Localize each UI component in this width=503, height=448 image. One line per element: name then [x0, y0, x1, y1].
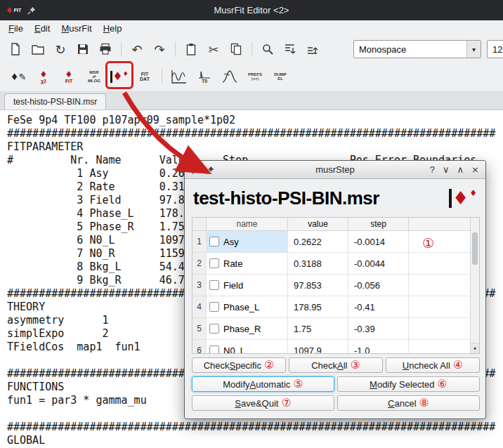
- cell-step[interactable]: -0.41: [348, 296, 409, 318]
- cell-value[interactable]: 97.853: [288, 275, 348, 296]
- cell-name[interactable]: N0_L: [207, 340, 288, 354]
- dump-icon[interactable]: DUMP EL: [269, 65, 292, 88]
- paste-icon[interactable]: [181, 39, 201, 59]
- tab-msr-file[interactable]: test-histo-PSI-BIN.msr: [4, 93, 106, 110]
- cell-name[interactable]: Phase_L: [207, 296, 288, 318]
- cell-step[interactable]: -0.056: [348, 275, 409, 296]
- editor-line: FITPARAMETER: [7, 140, 503, 154]
- musrview-icon[interactable]: [168, 65, 190, 88]
- chisquare-icon[interactable]: ♦ χ2: [32, 65, 55, 88]
- menu-musrfit[interactable]: MusrFit: [55, 21, 97, 36]
- cell-value[interactable]: 1097.9: [288, 340, 348, 354]
- uncheck-all-button[interactable]: Uncheck All ④: [386, 357, 480, 373]
- pin-icon[interactable]: [27, 6, 37, 15]
- cell-step[interactable]: -0.0014: [348, 231, 409, 253]
- check-specific-button[interactable]: Check Specific ②: [192, 357, 286, 373]
- font-size-stepper[interactable]: 12 ▴ ▾: [487, 40, 503, 58]
- row-number[interactable]: 5: [192, 318, 207, 340]
- menu-help[interactable]: Help: [98, 21, 128, 36]
- font-family-select[interactable]: Monospace ▾: [353, 40, 481, 58]
- cell-step[interactable]: -0.39: [348, 318, 409, 340]
- close-icon[interactable]: ×: [471, 164, 479, 175]
- cut-icon[interactable]: ✂: [204, 39, 223, 59]
- cell-value[interactable]: 0.3188: [288, 253, 348, 275]
- cell-name[interactable]: Field: [207, 275, 288, 296]
- row-number[interactable]: 3: [192, 275, 207, 296]
- search-icon[interactable]: [258, 39, 277, 59]
- editor-line: ########################################…: [7, 127, 503, 140]
- reload-icon[interactable]: ↻: [51, 39, 70, 59]
- annotation-5: ⑤: [293, 378, 303, 390]
- tabbar: test-histo-PSI-BIN.msr: [0, 92, 503, 110]
- cell-name[interactable]: Rate: [207, 253, 288, 275]
- find-next-icon[interactable]: [280, 39, 300, 59]
- fit-dat-icon[interactable]: FIT DAT: [133, 65, 156, 88]
- menu-file[interactable]: File: [3, 21, 29, 36]
- chevron-down-icon[interactable]: ▾: [466, 41, 481, 58]
- msr-mlog-swap-icon[interactable]: MSR ⇄ MLOG: [83, 65, 105, 88]
- checkbox[interactable]: [209, 345, 219, 354]
- menu-edit[interactable]: Edit: [29, 21, 55, 36]
- col-header-name[interactable]: name: [207, 218, 288, 230]
- row-number[interactable]: 4: [192, 296, 207, 318]
- cell-value[interactable]: 1.75: [288, 318, 348, 340]
- save-quit-button[interactable]: Save&Quit ⑦: [192, 395, 334, 411]
- cell-step[interactable]: -1.0: [348, 340, 409, 354]
- checkbox[interactable]: [209, 324, 219, 334]
- save-icon[interactable]: [73, 39, 93, 59]
- musrfit-run-icon[interactable]: ♦ FIT: [58, 65, 80, 88]
- annotation-8: ⑧: [419, 397, 429, 409]
- checkbox[interactable]: [209, 258, 219, 268]
- cell-empty: [409, 340, 479, 354]
- help-icon[interactable]: ?: [430, 164, 435, 175]
- diamond-icon: ♦: [6, 6, 13, 15]
- modify-automatic-button[interactable]: Modify Automatic ⑤: [192, 376, 334, 392]
- cell-value[interactable]: 178.95: [288, 296, 348, 318]
- col-header-step[interactable]: step: [348, 218, 409, 230]
- dialog-pin-icon[interactable]: [191, 165, 201, 175]
- cancel-button[interactable]: Cancel ⑧: [337, 395, 480, 411]
- musrstep-icon[interactable]: ♦♦: [108, 65, 131, 88]
- scrollbar-down-icon[interactable]: ▾: [471, 343, 479, 353]
- print-icon[interactable]: [96, 39, 115, 59]
- undo-icon[interactable]: ↶: [127, 39, 147, 59]
- dialog-pin-icon-2[interactable]: [205, 165, 215, 175]
- row-number[interactable]: 6: [192, 340, 207, 354]
- redo-icon[interactable]: ↷: [150, 39, 169, 59]
- musrwiz-icon[interactable]: ♦✎: [7, 65, 30, 88]
- separator: [175, 41, 176, 57]
- fourier-icon[interactable]: [218, 65, 241, 88]
- row-number[interactable]: 1: [192, 231, 207, 253]
- col-header-value[interactable]: value: [288, 218, 348, 230]
- checkbox[interactable]: [209, 237, 219, 246]
- row-number[interactable]: 2: [192, 253, 207, 275]
- unshade-icon[interactable]: ∧: [457, 164, 464, 175]
- table-scrollbar[interactable]: ▾: [470, 218, 479, 353]
- cell-empty: [409, 253, 479, 275]
- param-name: N0_L: [223, 345, 245, 355]
- separator: [252, 41, 252, 57]
- checkbox[interactable]: [209, 302, 219, 312]
- open-file-icon[interactable]: [28, 39, 48, 59]
- find-prev-icon[interactable]: [303, 39, 322, 59]
- copy-icon[interactable]: [226, 39, 246, 59]
- modify-selected-button[interactable]: Modify Selected ⑥: [337, 376, 480, 392]
- table-row: 6 N0_L 1097.9 -1.0: [192, 340, 479, 354]
- cell-step[interactable]: -0.0044: [348, 253, 409, 275]
- table-row: 5 Phase_R 1.75 -0.39: [192, 318, 479, 340]
- t0-icon[interactable]: T0: [193, 65, 216, 88]
- annotation-6: ⑥: [438, 378, 448, 390]
- check-all-button[interactable]: Check All ③: [289, 357, 383, 373]
- shade-icon[interactable]: ∨: [443, 164, 450, 175]
- checkbox[interactable]: [209, 280, 219, 290]
- param-name: Phase_L: [223, 302, 259, 312]
- table-row: 1 Asy 0.2622 -0.0014: [192, 231, 479, 253]
- menubar: File Edit MusrFit Help: [0, 20, 503, 37]
- cell-name[interactable]: Phase_R: [207, 318, 288, 340]
- scrollbar-thumb[interactable]: [472, 232, 478, 265]
- musrprefs-icon[interactable]: PREFS (ɪɪz): [244, 65, 266, 88]
- new-file-icon[interactable]: [6, 39, 25, 59]
- separator: [162, 69, 162, 84]
- cell-name[interactable]: Asy: [207, 231, 288, 253]
- cell-value[interactable]: 0.2622: [288, 231, 348, 253]
